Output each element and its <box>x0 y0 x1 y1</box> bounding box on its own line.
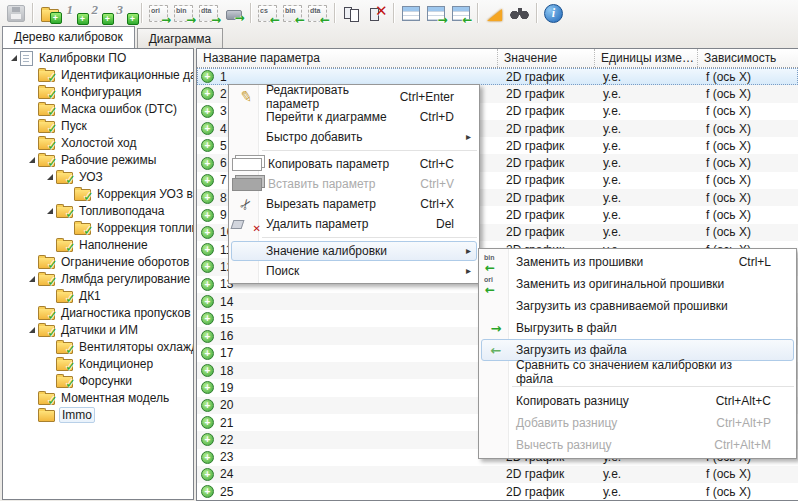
tab-bar: Дерево калибровок Диаграмма <box>2 26 223 48</box>
expand-arrow-icon[interactable] <box>7 55 20 61</box>
toolbar-folder-add-button[interactable] <box>37 1 62 25</box>
menu-item-label: Копировать параметр <box>262 157 389 171</box>
param-dependency-cell: f (ось X) <box>698 156 798 170</box>
toolbar-add-1d-button[interactable]: 1 <box>62 1 87 25</box>
icon-label: bin <box>285 6 296 15</box>
toolbar-export-flash-button[interactable]: → <box>221 1 246 25</box>
toolbar-export-bin-button[interactable]: bin→ <box>171 1 196 25</box>
column-header-name[interactable]: Название параметра <box>197 49 498 67</box>
toolbar-info-button[interactable] <box>541 1 566 25</box>
plus-badge-icon <box>102 13 114 25</box>
menu-item[interactable]: Загрузить из сравниваемой прошивки <box>481 295 794 317</box>
arrow-left-icon: ← <box>320 14 330 26</box>
tree-item[interactable]: Наполнение <box>3 236 193 253</box>
toolbar-export-ori-button[interactable]: ori→ <box>146 1 171 25</box>
tree-item[interactable]: УОЗ <box>3 168 193 185</box>
toolbar-save-button[interactable] <box>3 1 28 25</box>
tree-item[interactable]: Идентификационные дан <box>3 66 193 83</box>
folder-check-icon <box>56 376 73 388</box>
save-icon <box>7 5 25 22</box>
tree-item[interactable]: Датчики и ИМ <box>3 321 193 338</box>
menu-item[interactable]: Копировать разницуCtrl+Alt+C <box>481 390 794 412</box>
tree-item[interactable]: Топливоподача <box>3 202 193 219</box>
menu-item[interactable]: Поиск▸ <box>231 261 477 281</box>
tree-item[interactable]: Холостой ход <box>3 134 193 151</box>
tree-item[interactable]: Пуск <box>3 117 193 134</box>
toolbar-import-dta-button[interactable]: dta← <box>305 1 330 25</box>
tree-item[interactable]: Диагностика пропусков в <box>3 304 193 321</box>
menu-item[interactable]: Вставить параметрCtrl+V <box>231 174 477 194</box>
tree-item[interactable]: Коррекция УОЗ в <box>3 185 193 202</box>
tree-item[interactable]: Immo <box>3 406 193 423</box>
tree-item[interactable]: Вентиляторы охлажд <box>3 338 193 355</box>
column-header-dependency[interactable]: Зависимость <box>698 49 798 67</box>
table-row[interactable]: 242D графику.е.f (ось X) <box>197 466 798 483</box>
menu-item[interactable]: Вырезать параметрCtrl+X <box>231 194 477 214</box>
tree-item[interactable]: Маска ошибок (DTC) <box>3 100 193 117</box>
tree-item[interactable]: Калибровки ПО <box>3 49 193 66</box>
menu-separator <box>262 237 477 238</box>
menu-item[interactable]: Добавить разницуCtrl+Alt+P <box>481 412 794 434</box>
menu-item[interactable]: oriЗаменить из оригинальной прошивки <box>481 273 794 295</box>
tree-item[interactable]: Рабочие режимы <box>3 151 193 168</box>
menu-item[interactable]: binЗаменить из прошивкиCtrl+L <box>481 251 794 273</box>
tab-diagram[interactable]: Диаграмма <box>137 28 223 48</box>
param-number: 15 <box>220 312 233 326</box>
menu-item[interactable]: Редактировать параметрCtrl+Enter <box>231 87 477 107</box>
expand-arrow-icon[interactable] <box>25 276 38 282</box>
tree-item[interactable]: Моментная модель <box>3 389 193 406</box>
toolbar-binoculars-button[interactable] <box>507 1 532 25</box>
toolbar-add-3d-button[interactable]: 3 <box>112 1 137 25</box>
param-dependency-cell: f (ось X) <box>698 122 798 136</box>
tree-item[interactable]: Конфигурация <box>3 83 193 100</box>
menu-item[interactable]: Вычесть разницуCtrl+Alt+M <box>481 434 794 456</box>
expand-arrow-icon[interactable] <box>25 327 38 333</box>
folder-check-icon <box>38 257 55 269</box>
menu-item[interactable]: Копировать параметрCtrl+C <box>231 154 477 174</box>
toolbar-table-export-button[interactable]: → <box>423 1 448 25</box>
toolbar-import-bin-button[interactable]: bin← <box>280 1 305 25</box>
tab-calibration-tree[interactable]: Дерево калибровок <box>2 26 135 48</box>
table-row[interactable]: 252D графику.е.f (ось X) <box>197 483 798 500</box>
param-value-cell: 2D график <box>498 225 595 239</box>
arrow-right-icon: → <box>234 12 244 24</box>
toolbar-chip-compare-button[interactable] <box>339 1 364 25</box>
icon-label: bin <box>176 6 187 15</box>
param-dependency-cell: f (ось X) <box>698 467 798 481</box>
expand-arrow-icon[interactable] <box>25 157 38 163</box>
menu-item[interactable]: Быстро добавить▸ <box>231 127 477 147</box>
menu-item-label: Редактировать параметр <box>260 83 400 111</box>
tree-item-label: Коррекция УОЗ в <box>97 187 193 201</box>
toolbar-table-view-button[interactable] <box>398 1 423 25</box>
ori-import-icon: ori <box>482 276 510 293</box>
expand-arrow-icon[interactable] <box>43 208 56 214</box>
menu-item[interactable]: Перейти к диаграммеCtrl+D <box>231 107 477 127</box>
tree-item[interactable]: Ограничение оборотов <box>3 253 193 270</box>
param-units-cell: у.е. <box>595 156 698 170</box>
tree-item[interactable]: ДК1 <box>3 287 193 304</box>
param-number: 23 <box>220 450 233 464</box>
chip-delete-icon <box>368 6 386 21</box>
toolbar-add-2d-button[interactable]: 2 <box>87 1 112 25</box>
binoculars-icon <box>510 7 529 20</box>
tree-item[interactable]: Лямбда регулирование <box>3 270 193 287</box>
tree-item[interactable]: Форсунки <box>3 372 193 389</box>
menu-item[interactable]: Выгрузить в файл <box>481 317 794 339</box>
expand-arrow-icon[interactable] <box>43 174 56 180</box>
toolbar-table-import-button[interactable]: ← <box>448 1 473 25</box>
tree-item-label: Идентификационные дан <box>61 68 193 82</box>
submenu-arrow-icon: ▸ <box>466 266 476 276</box>
menu-item[interactable]: Сравнить со значением калибровки из файл… <box>481 361 794 383</box>
column-header-value[interactable]: Значение <box>498 49 595 67</box>
import-cs-icon: cs← <box>258 5 277 22</box>
toolbar-export-dta-button[interactable]: dta→ <box>196 1 221 25</box>
tree-item[interactable]: Кондиционер <box>3 355 193 372</box>
folder-add-icon <box>41 9 59 22</box>
menu-item[interactable]: Значение калибровки▸ <box>231 241 477 261</box>
toolbar-ruler-button[interactable] <box>482 1 507 25</box>
column-header-units[interactable]: Единицы изме… <box>595 49 698 67</box>
toolbar-chip-delete-button[interactable] <box>364 1 389 25</box>
toolbar-import-cs-button[interactable]: cs← <box>255 1 280 25</box>
tree-item[interactable]: Коррекция топлив <box>3 219 193 236</box>
menu-item[interactable]: Удалить параметрDel <box>231 214 477 234</box>
